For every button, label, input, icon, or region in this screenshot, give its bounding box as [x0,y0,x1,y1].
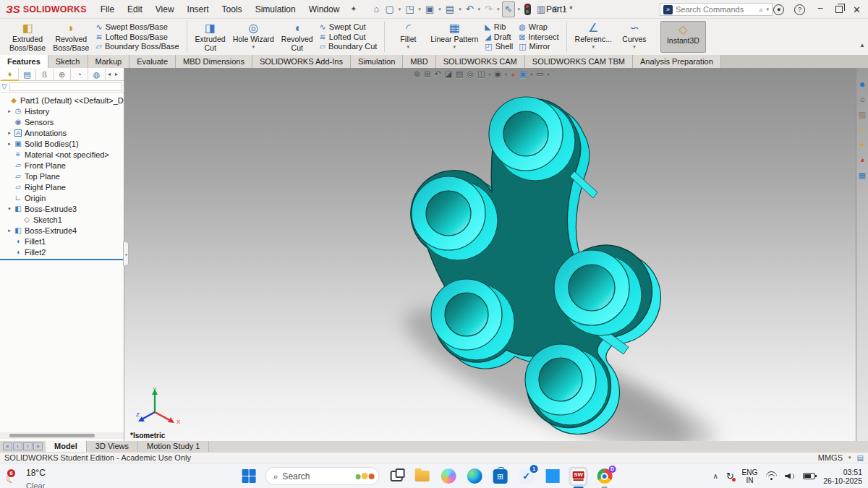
menu-edit[interactable]: Edit [121,0,149,19]
tab-mbd[interactable]: MBD [403,55,435,68]
file-explorer-button[interactable] [413,467,432,486]
expand-arrow[interactable]: ▸ [6,228,13,234]
print-dropdown-icon[interactable]: ▾ [459,7,461,12]
wrap-button[interactable]: ◍Wrap [519,22,558,32]
cam-manager-tab[interactable]: ◍ [88,69,106,80]
tree-item-boss-extrude4[interactable]: ▸◧Boss-Extrude4 [0,225,124,236]
scrollbar-thumb[interactable] [9,434,95,437]
tree-item-annotations[interactable]: ▸AAnnotations [0,127,124,138]
microsoft-store-button[interactable]: ⊞ [491,467,510,486]
minimize-button[interactable]: – [815,4,825,14]
search-dropdown-icon[interactable]: ▾ [766,7,769,12]
linear-pattern-dropdown-icon[interactable]: ▾ [454,44,456,50]
weather-widget[interactable]: ☾6 18°CClear [6,466,46,488]
rollback-bar[interactable] [0,259,124,260]
new-dropdown-icon[interactable]: ▾ [399,7,401,12]
tab-features[interactable]: Features [0,55,48,68]
3dexperience-icon[interactable]: ● [859,80,865,88]
hole-wizard-dropdown-icon[interactable]: ▾ [252,44,255,50]
tree-filter-input[interactable] [9,82,122,91]
draft-button[interactable]: ◢Draft [485,33,513,42]
select-dropdown-icon[interactable]: ▾ [517,7,520,12]
tree-item-sensors[interactable]: ◉Sensors [0,116,124,127]
property-manager-tab[interactable]: ▤ [19,69,36,80]
save-dropdown-icon[interactable]: ▾ [438,7,441,12]
menu-view[interactable]: View [149,0,181,19]
menu-file[interactable]: File [94,0,121,19]
curves-dropdown-icon[interactable]: ▾ [633,44,636,50]
expand-arrow[interactable]: ▸ [6,108,13,114]
todo-button[interactable]: ✓1 [517,467,536,486]
tree-item-material[interactable]: ≡Material <not specified> [0,149,124,160]
dimxpert-manager-tab[interactable]: ⊕ [54,69,71,80]
taskbar-search[interactable]: ⌕ Search [265,467,380,485]
tree-item-boss-extrude3[interactable]: ▾◧Boss-Extrude3 [0,203,124,214]
fillet-button[interactable]: ◜ Fillet ▾ [389,20,427,53]
mirror-button[interactable]: ◫Mirror [519,42,558,51]
tab-sketch[interactable]: Sketch [48,55,88,68]
collapse-arrow[interactable]: ▾ [6,206,13,212]
fm-tabs-scroll-right-icon[interactable]: ▸ [113,71,120,77]
wifi-icon[interactable] [765,471,777,481]
help-icon[interactable]: ? [794,4,805,15]
open-button[interactable]: ◳ [403,2,416,17]
ribbon-collapse-icon[interactable]: ▲ [859,42,865,48]
menu-window[interactable]: Window [302,0,346,19]
search-commands-input[interactable] [676,5,756,14]
search-commands-box[interactable]: » ⌕ ▾ [660,3,773,16]
close-button[interactable]: ✕ [853,4,861,15]
units-dropdown-icon[interactable]: ▾ [848,455,851,461]
tab-nav-next-icon[interactable]: › [23,442,33,450]
open-dropdown-icon[interactable]: ▾ [419,7,422,12]
task-view-button[interactable] [387,467,406,486]
expand-arrow[interactable]: ▸ [6,141,13,147]
vscode-button[interactable] [543,467,562,486]
tree-item-front-plane[interactable]: ▱Front Plane [0,160,124,171]
restore-button[interactable] [835,6,843,13]
boundary-boss-button[interactable]: ▱Boundary Boss/Base [95,42,179,51]
print-button[interactable]: ▤ [443,2,456,17]
custom-properties-icon[interactable]: ◕ [860,155,865,164]
tree-item-origin[interactable]: ∟Origin [0,192,124,203]
instant3d-button[interactable]: ◇ Instant3D [660,21,706,53]
pin-menu-icon[interactable]: ✦ [346,4,361,14]
lofted-boss-button[interactable]: ≋Lofted Boss/Base [95,33,179,42]
start-button[interactable] [239,467,258,486]
tree-item-right-plane[interactable]: ▱Right Plane [0,181,124,192]
tree-item-solid-bodies[interactable]: ▸▣Solid Bodies(1) [0,138,124,149]
document-properties-icon[interactable]: ▦ [859,171,866,179]
fillet-dropdown-icon[interactable]: ▾ [407,44,410,50]
status-sheet-icon[interactable]: ▤ [857,454,864,462]
graphics-viewport[interactable]: ⊕ ⊞ ↶ ◪ ▤ ◎ ◫▾ ◉▾ ● ▣▾ ▭▾ [124,68,856,441]
tab-solidworks-addins[interactable]: SOLIDWORKS Add-Ins [252,55,351,68]
undo-dropdown-icon[interactable]: ▾ [478,7,481,12]
tree-item-history[interactable]: ▸◷History [0,106,124,116]
tree-horizontal-scrollbar[interactable] [0,432,124,439]
reference-geometry-button[interactable]: ∠ Referenc... ▾ [571,20,616,53]
tray-overflow-icon[interactable]: ∧ [712,472,718,480]
tree-item-fillet2[interactable]: ◖Fillet2 [0,247,124,257]
battery-icon[interactable] [803,473,815,479]
tab-nav-last-icon[interactable]: » [33,442,43,450]
linear-pattern-button[interactable]: ▦ Linear Pattern ▾ [427,20,482,53]
tab-motion-study-1[interactable]: Motion Study 1 [138,441,209,452]
clock[interactable]: 03:5126-10-2025 [823,468,862,485]
tab-analysis-preparation[interactable]: Analysis Preparation [633,55,721,68]
tab-nav-first-icon[interactable]: « [3,442,12,450]
account-icon[interactable]: ● [773,4,784,15]
rib-button[interactable]: ◣Rib [485,22,513,32]
tab-mbd-dimensions[interactable]: MBD Dimensions [176,55,252,68]
configuration-manager-tab[interactable]: ß [36,69,54,80]
menu-tools[interactable]: Tools [216,0,249,19]
new-document-button[interactable]: ▢ [383,2,396,17]
shell-button[interactable]: ◰Shell [485,42,513,51]
part-3d-model[interactable] [124,68,856,441]
extruded-boss-button[interactable]: ◧ Extruded Boss/Base [6,20,49,53]
units-selector[interactable]: MMGS [818,453,843,462]
swept-boss-button[interactable]: ∿Swept Boss/Base [95,22,179,32]
curves-button[interactable]: ∽ Curves ▾ [616,20,653,53]
menu-insert[interactable]: Insert [181,0,216,19]
intersect-button[interactable]: ⊠Intersect [519,33,558,42]
feature-tree-tab[interactable]: ♦ [1,68,19,81]
reference-dropdown-icon[interactable]: ▾ [592,44,595,50]
